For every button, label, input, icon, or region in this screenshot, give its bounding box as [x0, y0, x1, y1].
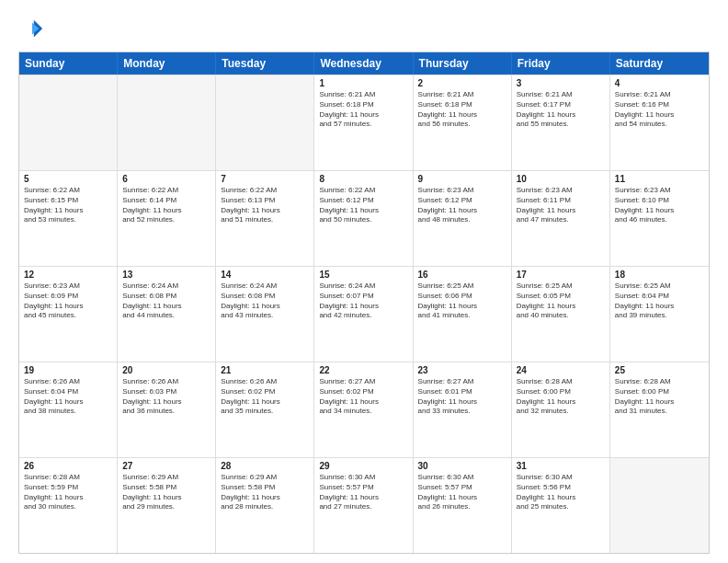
- cell-info: Sunrise: 6:26 AM Sunset: 6:04 PM Dayligh…: [24, 377, 112, 417]
- weekday-header: Saturday: [610, 52, 709, 75]
- logo: [18, 17, 48, 42]
- day-number: 26: [24, 461, 112, 471]
- cell-info: Sunrise: 6:22 AM Sunset: 6:13 PM Dayligh…: [221, 186, 309, 225]
- calendar-cell: 8Sunrise: 6:22 AM Sunset: 6:12 PM Daylig…: [314, 171, 413, 266]
- day-number: 5: [24, 174, 112, 184]
- calendar-row: 1Sunrise: 6:21 AM Sunset: 6:18 PM Daylig…: [19, 75, 709, 170]
- calendar-row: 26Sunrise: 6:28 AM Sunset: 5:59 PM Dayli…: [19, 457, 709, 553]
- cell-info: Sunrise: 6:25 AM Sunset: 6:04 PM Dayligh…: [615, 282, 704, 321]
- calendar-cell: 30Sunrise: 6:30 AM Sunset: 5:57 PM Dayli…: [414, 458, 512, 553]
- day-number: 27: [122, 461, 210, 471]
- calendar-cell: 26Sunrise: 6:28 AM Sunset: 5:59 PM Dayli…: [19, 458, 118, 553]
- calendar-cell: [19, 75, 118, 170]
- cell-info: Sunrise: 6:21 AM Sunset: 6:18 PM Dayligh…: [418, 90, 506, 130]
- day-number: 10: [517, 174, 605, 184]
- cell-info: Sunrise: 6:30 AM Sunset: 5:56 PM Dayligh…: [517, 473, 605, 512]
- day-number: 2: [418, 78, 506, 88]
- cell-info: Sunrise: 6:27 AM Sunset: 6:01 PM Dayligh…: [418, 377, 506, 417]
- day-number: 4: [615, 78, 704, 88]
- cell-info: Sunrise: 6:21 AM Sunset: 6:16 PM Dayligh…: [615, 90, 704, 130]
- weekday-header: Friday: [512, 52, 610, 75]
- day-number: 13: [122, 270, 210, 280]
- weekday-header: Sunday: [19, 52, 118, 75]
- calendar-cell: 16Sunrise: 6:25 AM Sunset: 6:06 PM Dayli…: [414, 267, 512, 362]
- day-number: 7: [221, 174, 309, 184]
- cell-info: Sunrise: 6:26 AM Sunset: 6:03 PM Dayligh…: [122, 377, 210, 417]
- calendar-cell: 23Sunrise: 6:27 AM Sunset: 6:01 PM Dayli…: [414, 362, 512, 457]
- cell-info: Sunrise: 6:27 AM Sunset: 6:02 PM Dayligh…: [319, 377, 407, 417]
- day-number: 17: [517, 270, 605, 280]
- header: [18, 17, 710, 42]
- day-number: 29: [319, 461, 407, 471]
- cell-info: Sunrise: 6:22 AM Sunset: 6:14 PM Dayligh…: [122, 186, 210, 225]
- calendar-row: 19Sunrise: 6:26 AM Sunset: 6:04 PM Dayli…: [19, 362, 709, 457]
- weekday-header: Tuesday: [216, 52, 314, 75]
- day-number: 22: [319, 365, 407, 375]
- day-number: 23: [418, 365, 506, 375]
- calendar-cell: 9Sunrise: 6:23 AM Sunset: 6:12 PM Daylig…: [414, 171, 512, 266]
- day-number: 6: [122, 174, 210, 184]
- day-number: 24: [517, 365, 605, 375]
- day-number: 30: [418, 461, 506, 471]
- day-number: 1: [319, 78, 407, 88]
- calendar-cell: 14Sunrise: 6:24 AM Sunset: 6:08 PM Dayli…: [216, 267, 314, 362]
- calendar-cell: 28Sunrise: 6:29 AM Sunset: 5:58 PM Dayli…: [216, 458, 314, 553]
- calendar-cell: 15Sunrise: 6:24 AM Sunset: 6:07 PM Dayli…: [314, 267, 413, 362]
- calendar-cell: 4Sunrise: 6:21 AM Sunset: 6:16 PM Daylig…: [610, 75, 709, 170]
- day-number: 11: [615, 174, 704, 184]
- cell-info: Sunrise: 6:28 AM Sunset: 6:00 PM Dayligh…: [615, 377, 704, 417]
- cell-info: Sunrise: 6:29 AM Sunset: 5:58 PM Dayligh…: [122, 473, 210, 512]
- day-number: 12: [24, 270, 112, 280]
- calendar-cell: [216, 75, 314, 170]
- calendar-cell: 13Sunrise: 6:24 AM Sunset: 6:08 PM Dayli…: [118, 267, 216, 362]
- page: SundayMondayTuesdayWednesdayThursdayFrid…: [0, 0, 728, 563]
- weekday-header: Thursday: [414, 52, 512, 75]
- day-number: 18: [615, 270, 704, 280]
- cell-info: Sunrise: 6:25 AM Sunset: 6:06 PM Dayligh…: [418, 282, 506, 321]
- cell-info: Sunrise: 6:21 AM Sunset: 6:17 PM Dayligh…: [517, 90, 605, 130]
- cell-info: Sunrise: 6:24 AM Sunset: 6:07 PM Dayligh…: [319, 282, 407, 321]
- calendar-cell: 21Sunrise: 6:26 AM Sunset: 6:02 PM Dayli…: [216, 362, 314, 457]
- calendar-cell: 3Sunrise: 6:21 AM Sunset: 6:17 PM Daylig…: [512, 75, 610, 170]
- calendar-header-row: SundayMondayTuesdayWednesdayThursdayFrid…: [19, 52, 709, 75]
- day-number: 20: [122, 365, 210, 375]
- calendar-cell: 20Sunrise: 6:26 AM Sunset: 6:03 PM Dayli…: [118, 362, 216, 457]
- day-number: 8: [319, 174, 407, 184]
- day-number: 9: [418, 174, 506, 184]
- calendar-cell: 24Sunrise: 6:28 AM Sunset: 6:00 PM Dayli…: [512, 362, 610, 457]
- day-number: 21: [221, 365, 309, 375]
- calendar-cell: 12Sunrise: 6:23 AM Sunset: 6:09 PM Dayli…: [19, 267, 118, 362]
- calendar-cell: 1Sunrise: 6:21 AM Sunset: 6:18 PM Daylig…: [314, 75, 413, 170]
- calendar-cell: 5Sunrise: 6:22 AM Sunset: 6:15 PM Daylig…: [19, 171, 118, 266]
- day-number: 15: [319, 270, 407, 280]
- calendar-cell: 19Sunrise: 6:26 AM Sunset: 6:04 PM Dayli…: [19, 362, 118, 457]
- calendar: SundayMondayTuesdayWednesdayThursdayFrid…: [18, 52, 710, 554]
- calendar-row: 12Sunrise: 6:23 AM Sunset: 6:09 PM Dayli…: [19, 266, 709, 362]
- weekday-header: Monday: [118, 52, 216, 75]
- calendar-cell: 7Sunrise: 6:22 AM Sunset: 6:13 PM Daylig…: [216, 171, 314, 266]
- cell-info: Sunrise: 6:30 AM Sunset: 5:57 PM Dayligh…: [319, 473, 407, 512]
- cell-info: Sunrise: 6:22 AM Sunset: 6:12 PM Dayligh…: [319, 186, 407, 225]
- calendar-cell: [610, 458, 709, 553]
- cell-info: Sunrise: 6:24 AM Sunset: 6:08 PM Dayligh…: [221, 282, 309, 321]
- day-number: 19: [24, 365, 112, 375]
- day-number: 3: [517, 78, 605, 88]
- calendar-cell: 2Sunrise: 6:21 AM Sunset: 6:18 PM Daylig…: [414, 75, 512, 170]
- calendar-cell: 18Sunrise: 6:25 AM Sunset: 6:04 PM Dayli…: [610, 267, 709, 362]
- calendar-cell: 25Sunrise: 6:28 AM Sunset: 6:00 PM Dayli…: [610, 362, 709, 457]
- cell-info: Sunrise: 6:28 AM Sunset: 6:00 PM Dayligh…: [517, 377, 605, 417]
- day-number: 14: [221, 270, 309, 280]
- cell-info: Sunrise: 6:23 AM Sunset: 6:11 PM Dayligh…: [517, 186, 605, 225]
- cell-info: Sunrise: 6:22 AM Sunset: 6:15 PM Dayligh…: [24, 186, 112, 225]
- cell-info: Sunrise: 6:30 AM Sunset: 5:57 PM Dayligh…: [418, 473, 506, 512]
- day-number: 31: [517, 461, 605, 471]
- cell-info: Sunrise: 6:21 AM Sunset: 6:18 PM Dayligh…: [319, 90, 407, 130]
- cell-info: Sunrise: 6:24 AM Sunset: 6:08 PM Dayligh…: [122, 282, 210, 321]
- weekday-header: Wednesday: [314, 52, 413, 75]
- day-number: 28: [221, 461, 309, 471]
- calendar-cell: [118, 75, 216, 170]
- calendar-cell: 6Sunrise: 6:22 AM Sunset: 6:14 PM Daylig…: [118, 171, 216, 266]
- cell-info: Sunrise: 6:23 AM Sunset: 6:09 PM Dayligh…: [24, 282, 112, 321]
- calendar-cell: 11Sunrise: 6:23 AM Sunset: 6:10 PM Dayli…: [610, 171, 709, 266]
- calendar-cell: 22Sunrise: 6:27 AM Sunset: 6:02 PM Dayli…: [314, 362, 413, 457]
